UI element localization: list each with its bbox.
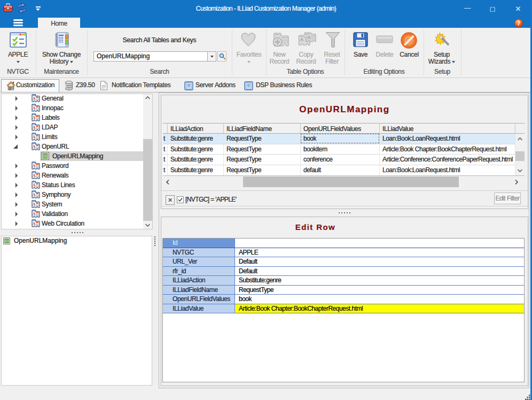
svg-text:A: A: [307, 35, 311, 40]
svg-text:A: A: [300, 37, 304, 42]
